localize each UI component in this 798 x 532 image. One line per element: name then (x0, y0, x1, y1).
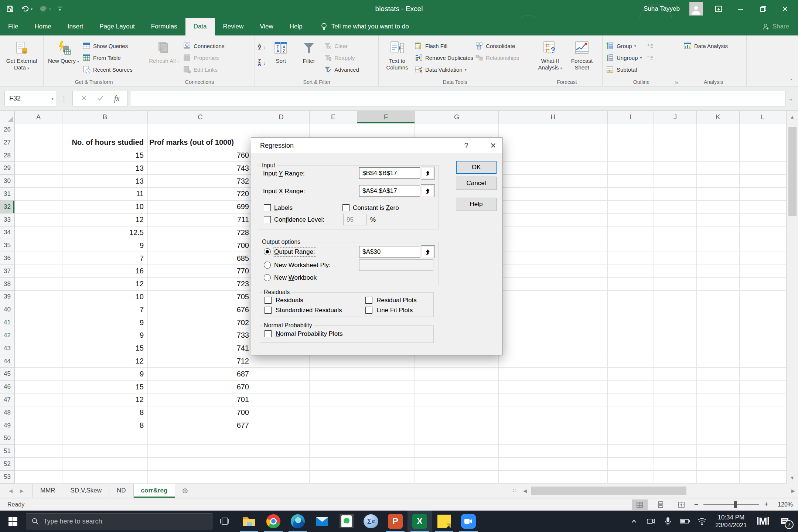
cell-L42[interactable] (740, 329, 786, 342)
cell-L52[interactable] (740, 458, 786, 471)
horizontal-scroll-thumb[interactable] (531, 487, 686, 495)
input-y-range-picker[interactable] (421, 167, 435, 180)
cell-L34[interactable] (740, 226, 786, 239)
cell-I29[interactable] (608, 162, 654, 175)
cell-L49[interactable] (740, 419, 786, 432)
cell-G48[interactable] (415, 406, 499, 419)
cell-L51[interactable] (740, 445, 786, 458)
cell-K53[interactable] (697, 471, 740, 484)
from-table-button[interactable]: From Table (82, 52, 133, 63)
cell-K41[interactable] (697, 316, 740, 329)
cell-J52[interactable] (654, 458, 697, 471)
labels-checkbox[interactable] (264, 204, 271, 211)
zoom-slider-thumb[interactable] (734, 501, 737, 508)
cell-C32[interactable]: 699 (148, 201, 253, 214)
tab-scrollbar-splitter[interactable]: ∷ (510, 484, 520, 498)
cell-H49[interactable] (499, 419, 608, 432)
cell-H26[interactable] (499, 123, 608, 136)
cell-I40[interactable] (608, 303, 654, 316)
sheet-nav-right-icon[interactable]: ▶ (20, 488, 24, 494)
cell-I52[interactable] (608, 458, 654, 471)
save-icon[interactable] (6, 5, 14, 13)
tab-review[interactable]: Review (215, 18, 252, 35)
row-header-29[interactable]: 29 (0, 162, 15, 175)
cell-B34[interactable]: 12.5 (62, 226, 148, 239)
cell-K38[interactable] (697, 278, 740, 291)
cell-D26[interactable] (253, 123, 310, 136)
cell-B48[interactable]: 8 (62, 406, 148, 419)
ok-button[interactable]: OK (456, 161, 497, 174)
cell-I32[interactable] (608, 201, 654, 214)
cell-J43[interactable] (654, 342, 697, 355)
cell-C41[interactable]: 702 (148, 316, 253, 329)
connections-button[interactable]: Connections (183, 41, 224, 51)
cell-H30[interactable] (499, 175, 608, 188)
cell-B42[interactable]: 9 (62, 329, 148, 342)
cell-A30[interactable] (15, 175, 62, 188)
row-header-36[interactable]: 36 (0, 252, 15, 265)
cell-K34[interactable] (697, 226, 740, 239)
row-header-35[interactable]: 35 (0, 239, 15, 252)
cell-B31[interactable]: 11 (62, 188, 148, 201)
cell-I30[interactable] (608, 175, 654, 188)
data-analysis-button[interactable]: Data Analysis (683, 41, 728, 51)
column-header-G[interactable]: G (415, 111, 499, 123)
cell-G50[interactable] (415, 432, 499, 445)
cell-H51[interactable] (499, 445, 608, 458)
cell-B36[interactable]: 7 (62, 252, 148, 265)
cell-L41[interactable] (740, 316, 786, 329)
column-header-E[interactable]: E (310, 111, 357, 123)
cell-J38[interactable] (654, 278, 697, 291)
clear-filter-button[interactable]: Clear (323, 41, 359, 51)
cell-K46[interactable] (697, 381, 740, 393)
vertical-scrollbar[interactable]: ▲ ▼ (786, 111, 798, 484)
cell-H46[interactable] (499, 381, 608, 393)
show-queries-button[interactable]: Show Queries (82, 41, 133, 51)
cell-K51[interactable] (697, 445, 740, 458)
what-if-analysis-button[interactable]: ? What-If Analysis ▾ (534, 38, 566, 77)
properties-button[interactable]: Properties (183, 52, 224, 63)
cell-L32[interactable] (740, 201, 786, 214)
cell-D52[interactable] (253, 458, 310, 471)
cell-G45[interactable] (415, 368, 499, 381)
cell-H47[interactable] (499, 393, 608, 406)
dialog-help-icon[interactable]: ? (458, 138, 474, 153)
cell-J42[interactable] (654, 329, 697, 342)
cell-I51[interactable] (608, 445, 654, 458)
normal-probability-plots-checkbox[interactable] (265, 330, 272, 337)
constant-is-zero-checkbox[interactable] (342, 204, 349, 211)
cell-A33[interactable] (15, 214, 62, 226)
cell-L26[interactable] (740, 123, 786, 136)
tab-data[interactable]: Data (185, 18, 215, 35)
row-header-49[interactable]: 49 (0, 419, 15, 432)
residual-plots-checkbox[interactable] (365, 297, 372, 304)
row-header-33[interactable]: 33 (0, 214, 15, 226)
cell-J32[interactable] (654, 201, 697, 214)
tab-home[interactable]: Home (26, 18, 59, 35)
cell-J27[interactable] (654, 136, 697, 149)
confirm-entry-icon[interactable] (97, 95, 104, 102)
cell-K39[interactable] (697, 291, 740, 304)
relationships-button[interactable]: Relationships (475, 52, 519, 63)
start-button[interactable] (0, 511, 26, 532)
row-header-43[interactable]: 43 (0, 342, 15, 355)
cell-F49[interactable] (357, 419, 415, 432)
cell-J34[interactable] (654, 226, 697, 239)
cell-J46[interactable] (654, 381, 697, 393)
cell-H27[interactable] (499, 136, 608, 149)
cell-B51[interactable] (62, 445, 148, 458)
cell-A46[interactable] (15, 381, 62, 393)
cell-J26[interactable] (654, 123, 697, 136)
cell-K42[interactable] (697, 329, 740, 342)
row-header-30[interactable]: 30 (0, 175, 15, 188)
horizontal-scrollbar[interactable] (530, 487, 788, 495)
cell-D44[interactable] (253, 355, 310, 368)
column-header-B[interactable]: B (62, 111, 148, 123)
row-header-44[interactable]: 44 (0, 355, 15, 368)
cell-E50[interactable] (310, 432, 357, 445)
name-box[interactable]: F32 ▾ (4, 91, 56, 106)
cell-C46[interactable]: 670 (148, 381, 253, 393)
share-button[interactable]: Share (762, 18, 789, 35)
tell-me[interactable]: Tell me what you want to do (320, 18, 409, 35)
minimize-button[interactable] (734, 3, 747, 15)
